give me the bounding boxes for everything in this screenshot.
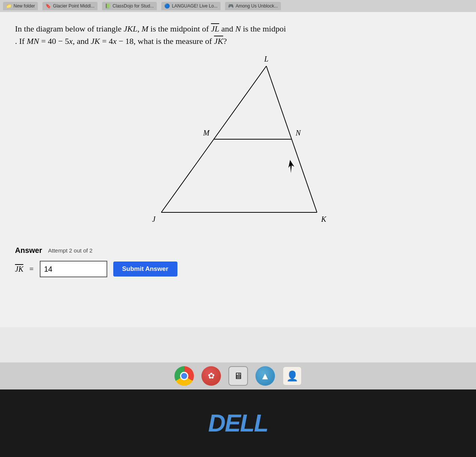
classdojo-icon: 📗 bbox=[105, 3, 111, 9]
cursor-icon bbox=[287, 159, 295, 173]
attempt-text: Attempt 2 out of 2 bbox=[48, 247, 92, 254]
submit-button[interactable]: Submit Answer bbox=[113, 262, 177, 277]
jk-label: JK bbox=[15, 265, 23, 274]
tab-classdojo[interactable]: 📗 ClassDojo for Stud... bbox=[102, 2, 157, 10]
diagram-area: L J K M N bbox=[15, 55, 461, 227]
answer-input-row: JK = Submit Answer bbox=[15, 261, 461, 277]
red-app-icon[interactable]: ✿ bbox=[201, 366, 221, 386]
tab-label: Among Us Unblock... bbox=[236, 3, 278, 9]
game-icon: 🎮 bbox=[228, 3, 234, 9]
dell-logo-text: DELL bbox=[208, 410, 268, 437]
answer-section: Answer Attempt 2 out of 2 JK = Submit An… bbox=[15, 242, 461, 281]
vertex-J: J bbox=[152, 215, 156, 223]
answer-label-row: Answer Attempt 2 out of 2 bbox=[15, 246, 461, 255]
problem-line1: In the diagram below of triangle JKL, M … bbox=[15, 23, 461, 35]
chrome-icon[interactable] bbox=[174, 366, 194, 386]
main-content: In the diagram below of triangle JKL, M … bbox=[0, 12, 476, 327]
dell-logo: DELL bbox=[208, 409, 268, 437]
tab-language[interactable]: 🔵 LANGUAGE! Live Lo... bbox=[161, 2, 221, 10]
tab-label: Glacier Point Middl... bbox=[53, 3, 95, 9]
tab-game[interactable]: 🎮 Among Us Unblock... bbox=[225, 2, 281, 10]
answer-label: Answer bbox=[15, 246, 42, 255]
triangle-diagram: L J K M N bbox=[126, 55, 351, 227]
tab-label: ClassDojo for Stud... bbox=[113, 3, 154, 9]
problem-text: In the diagram below of triangle JKL, M … bbox=[15, 23, 461, 47]
problem-line2: . If MN = 40 − 5x, and JK = 4x − 18, wha… bbox=[15, 35, 461, 47]
bookmark-icon: 🔖 bbox=[45, 3, 51, 9]
tab-glacier[interactable]: 🔖 Glacier Point Middl... bbox=[42, 2, 98, 10]
vertex-L: L bbox=[264, 55, 268, 63]
tab-new-folder[interactable]: 📁 New folder bbox=[3, 2, 38, 10]
tab-bar: 📁 New folder 🔖 Glacier Point Middl... 📗 … bbox=[0, 0, 476, 12]
answer-input[interactable] bbox=[40, 261, 107, 277]
tab-label: New folder bbox=[14, 3, 35, 9]
vertex-M: M bbox=[203, 129, 210, 137]
tab-label: LANGUAGE! Live Lo... bbox=[172, 3, 218, 9]
equals-sign: = bbox=[29, 265, 33, 274]
monitor-icon[interactable]: 🖥 bbox=[228, 366, 248, 386]
person-icon[interactable]: 👤 bbox=[282, 366, 302, 386]
dell-area: DELL bbox=[0, 389, 476, 457]
vertex-N: N bbox=[295, 129, 301, 137]
language-icon: 🔵 bbox=[164, 3, 170, 9]
folder-icon: 📁 bbox=[6, 3, 12, 9]
blue-triangle-icon[interactable]: ▲ bbox=[255, 366, 275, 386]
vertex-K: K bbox=[321, 215, 327, 223]
taskbar: ✿ 🖥 ▲ 👤 bbox=[0, 362, 476, 389]
